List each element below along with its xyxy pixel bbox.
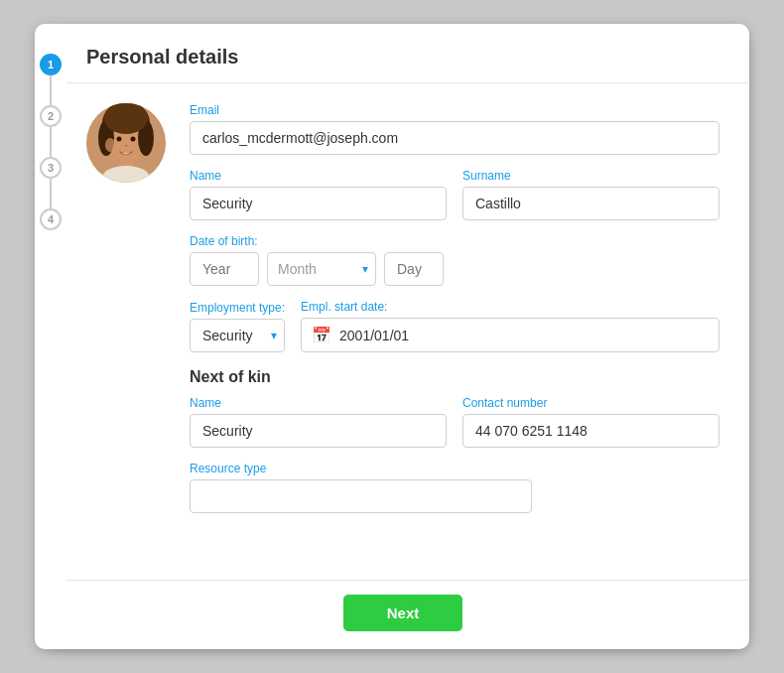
start-date-input-wrap[interactable]: 📅 2001/01/01 [301, 318, 719, 352]
profile-row: Email Name Surname [86, 103, 719, 523]
next-of-kin-section: Next of kin Name Contact number [190, 368, 719, 448]
next-of-kin-title: Next of kin [190, 368, 719, 386]
resource-type-row: Resource type [190, 462, 719, 513]
kin-contact-input[interactable] [462, 414, 719, 448]
step-circle-2: 2 [40, 105, 62, 127]
name-input[interactable] [190, 187, 447, 220]
email-input[interactable] [190, 121, 719, 155]
avatar [86, 103, 166, 183]
empl-start-date-label: Empl. start date: [301, 300, 719, 314]
kin-contact-wrapper: Contact number [462, 396, 719, 448]
email-label: Email [190, 103, 719, 117]
form-footer: Next [66, 580, 749, 649]
svg-point-11 [105, 138, 115, 152]
step-circle-4: 4 [40, 208, 62, 230]
dob-label: Date of birth: [190, 234, 719, 248]
kin-contact-label: Contact number [462, 396, 719, 410]
start-date-value: 2001/01/01 [339, 328, 409, 343]
step-line-1 [50, 75, 52, 105]
calendar-icon: 📅 [312, 326, 331, 344]
dob-row: Date of birth: Month JanuaryFebruaryMarc… [190, 234, 719, 286]
surname-label: Surname [462, 169, 719, 183]
step-circle-1: 1 [40, 54, 62, 75]
form-header: Personal details [66, 24, 749, 83]
resource-type-label: Resource type [190, 462, 719, 475]
kin-row: Name Contact number [190, 396, 719, 448]
step-4[interactable]: 4 [40, 208, 62, 230]
kin-name-input[interactable] [190, 414, 447, 448]
employment-type-select[interactable]: Security [190, 319, 285, 352]
dob-inputs: Month JanuaryFebruaryMarch AprilMayJune … [190, 252, 719, 286]
kin-name-label: Name [190, 396, 447, 410]
name-field-wrapper: Name [190, 169, 447, 220]
form-body: Email Name Surname [66, 83, 749, 580]
employment-select-wrapper: Security ▾ [190, 319, 285, 352]
step-3[interactable]: 3 [40, 157, 62, 179]
start-date-wrapper: Empl. start date: 📅 2001/01/01 [301, 300, 719, 352]
step-2[interactable]: 2 [40, 105, 62, 127]
step-1[interactable]: 1 [40, 54, 62, 75]
step-circle-3: 3 [40, 157, 62, 179]
step-line-2 [50, 127, 52, 157]
name-label: Name [190, 169, 447, 183]
svg-point-5 [104, 103, 148, 134]
svg-point-8 [125, 145, 128, 147]
dob-month-select[interactable]: Month JanuaryFebruaryMarch AprilMayJune … [267, 252, 376, 286]
next-button[interactable]: Next [343, 595, 463, 631]
surname-input[interactable] [462, 187, 719, 220]
content-area: Personal details [66, 24, 749, 649]
surname-field-wrapper: Surname [462, 169, 719, 220]
svg-point-7 [131, 137, 136, 142]
employment-type-label: Employment type: [190, 301, 285, 315]
svg-point-6 [117, 137, 122, 142]
dob-month-wrapper: Month JanuaryFebruaryMarch AprilMayJune … [267, 252, 376, 286]
name-surname-row: Name Surname [190, 169, 719, 220]
email-row: Email [190, 103, 719, 155]
step-line-3 [50, 179, 52, 208]
resource-type-input[interactable] [190, 479, 532, 513]
employment-type-wrapper: Employment type: Security ▾ [190, 301, 285, 352]
fields-container: Email Name Surname [190, 103, 719, 523]
dob-day-input[interactable] [384, 252, 444, 286]
employment-row: Employment type: Security ▾ Empl. start … [190, 300, 719, 352]
page-title: Personal details [86, 46, 719, 68]
stepper: 1 2 3 4 [35, 24, 66, 649]
main-card: 1 2 3 4 [35, 24, 749, 649]
kin-name-wrapper: Name [190, 396, 447, 448]
dob-year-input[interactable] [190, 252, 259, 286]
